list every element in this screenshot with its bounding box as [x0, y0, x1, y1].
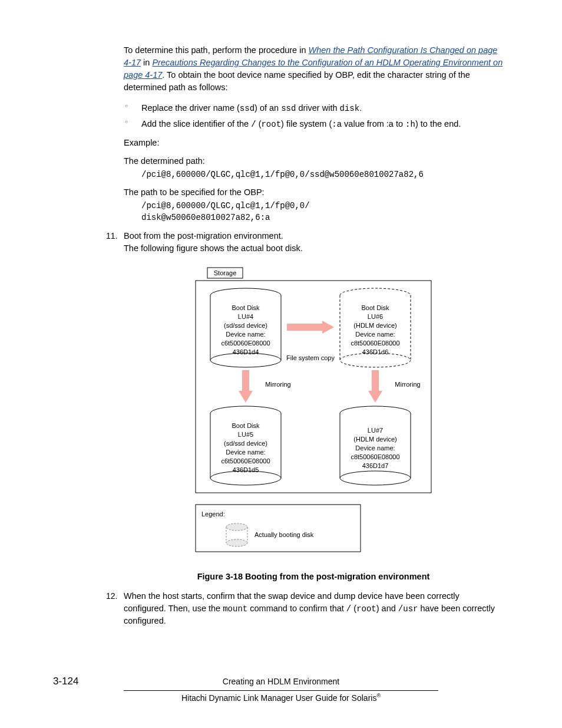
text: driver with	[296, 103, 339, 113]
svg-text:File system copy: File system copy	[286, 354, 335, 361]
code: ssd	[281, 104, 296, 113]
determined-path-code: /pci@8,600000/QLGC,qlc@1,1/fp@0,0/ssd@w5…	[141, 169, 503, 180]
svg-text:436D1d7: 436D1d7	[362, 462, 389, 469]
svg-text:(HDLM device): (HDLM device)	[353, 436, 396, 443]
svg-text:LU#6: LU#6	[368, 313, 383, 320]
text: ) to the end.	[415, 119, 461, 129]
text: . To obtain the boot device name specifi…	[124, 70, 470, 92]
svg-text:436D1d5: 436D1d5	[233, 466, 259, 473]
example-label: Example:	[124, 137, 503, 149]
svg-point-49	[340, 471, 411, 485]
text: Hitachi Dynamic Link Manager User Guide …	[181, 693, 376, 703]
step-body: When the host starts, confirm that the s…	[124, 590, 503, 627]
text: value from :a to	[342, 119, 405, 129]
svg-text:Device name:: Device name:	[355, 444, 395, 452]
text: The following figure shows the actual bo…	[124, 242, 503, 255]
svg-marker-26	[322, 321, 334, 334]
text: ) of an	[254, 103, 281, 113]
page-number: 3-124	[53, 674, 124, 689]
svg-text:Device name:: Device name:	[355, 331, 395, 338]
svg-rect-28	[242, 370, 249, 391]
code: /	[346, 604, 351, 614]
svg-text:c8t50060E08000: c8t50060E08000	[351, 340, 399, 347]
svg-text:Device name:: Device name:	[226, 449, 265, 456]
text: Replace the driver name (	[141, 103, 240, 113]
svg-text:LU#4: LU#4	[238, 313, 253, 320]
storage-label: Storage	[214, 269, 237, 276]
svg-text:(sd/ssd device): (sd/ssd device)	[224, 440, 267, 447]
svg-text:Actually booting disk: Actually booting disk	[254, 531, 314, 538]
text: To determine this path, perform the proc…	[124, 45, 309, 55]
bullet-list: Replace the driver name (ssd) of an ssd …	[124, 102, 503, 131]
svg-text:Legend:: Legend:	[201, 510, 225, 518]
text: (	[351, 604, 356, 613]
determined-path-label: The determined path:	[124, 155, 503, 167]
text: ) file system (	[281, 119, 332, 129]
code: :h	[405, 120, 415, 129]
main-content: To determine this path, perform the proc…	[124, 44, 503, 627]
svg-text:(HDLM device): (HDLM device)	[353, 322, 396, 329]
svg-point-57	[226, 523, 247, 531]
svg-text:Boot Disk: Boot Disk	[232, 422, 260, 429]
code: root	[261, 120, 281, 129]
svg-rect-25	[287, 324, 322, 331]
svg-point-60	[226, 539, 247, 546]
svg-text:c6t50060E08000: c6t50060E08000	[221, 457, 270, 465]
code: disk	[340, 104, 360, 113]
svg-text:436D1d4: 436D1d4	[233, 348, 259, 355]
svg-text:c6t50060E08000: c6t50060E08000	[221, 340, 270, 347]
svg-rect-31	[372, 370, 379, 391]
code: :a	[332, 120, 342, 129]
document-title: Hitachi Dynamic Link Manager User Guide …	[53, 692, 509, 704]
svg-text:436D1d6: 436D1d6	[362, 348, 389, 355]
svg-text:LU#7: LU#7	[368, 427, 383, 434]
bullet-item: Add the slice identifier of the / (root)…	[124, 118, 503, 130]
figure-boot-disk: Storage Boot Disk LU#4 (sd/ssd device) D…	[190, 263, 437, 564]
step-12: 12. When the host starts, confirm that t…	[106, 590, 503, 627]
intro-paragraph: To determine this path, perform the proc…	[124, 44, 503, 94]
step-number: 11.	[106, 230, 124, 255]
text: in	[141, 58, 152, 67]
chapter-title: Creating an HDLM Environment	[124, 676, 438, 687]
code: mount	[223, 604, 247, 614]
figure-caption: Figure 3-18 Booting from the post-migrat…	[124, 571, 503, 583]
svg-text:Mirroring: Mirroring	[265, 381, 290, 388]
bullet-item: Replace the driver name (ssd) of an ssd …	[124, 102, 503, 114]
code: root	[356, 604, 376, 614]
svg-marker-32	[368, 391, 382, 403]
code: /	[251, 120, 256, 129]
registered-mark: ®	[376, 693, 381, 699]
svg-text:(sd/ssd device): (sd/ssd device)	[224, 322, 267, 329]
code: ssd	[240, 104, 254, 113]
svg-text:LU#5: LU#5	[238, 431, 253, 438]
step-11: 11. Boot from the post-migration environ…	[106, 230, 503, 255]
text: ) and	[376, 604, 398, 613]
step-number: 12.	[106, 590, 124, 627]
svg-text:Device name:: Device name:	[226, 331, 265, 338]
code: /usr	[398, 604, 418, 614]
svg-marker-29	[239, 391, 253, 403]
obp-path-label: The path to be specified for the OBP:	[124, 186, 503, 199]
svg-text:Mirroring: Mirroring	[395, 381, 420, 388]
svg-text:Boot Disk: Boot Disk	[232, 304, 260, 311]
text: command to confirm that	[247, 604, 346, 613]
svg-text:Boot Disk: Boot Disk	[361, 304, 389, 311]
step-body: Boot from the post-migration environment…	[124, 230, 503, 255]
text: .	[359, 103, 362, 113]
svg-text:c8t50060E08000: c8t50060E08000	[351, 453, 399, 460]
text: Add the slice identifier of the	[141, 119, 251, 129]
text: Boot from the post-migration environment…	[124, 230, 503, 242]
page-footer: 3-124 Creating an HDLM Environment Hitac…	[53, 674, 509, 704]
obp-path-code: /pci@8,600000/QLGC,qlc@1,1/fp@0,0/ disk@…	[141, 200, 503, 224]
